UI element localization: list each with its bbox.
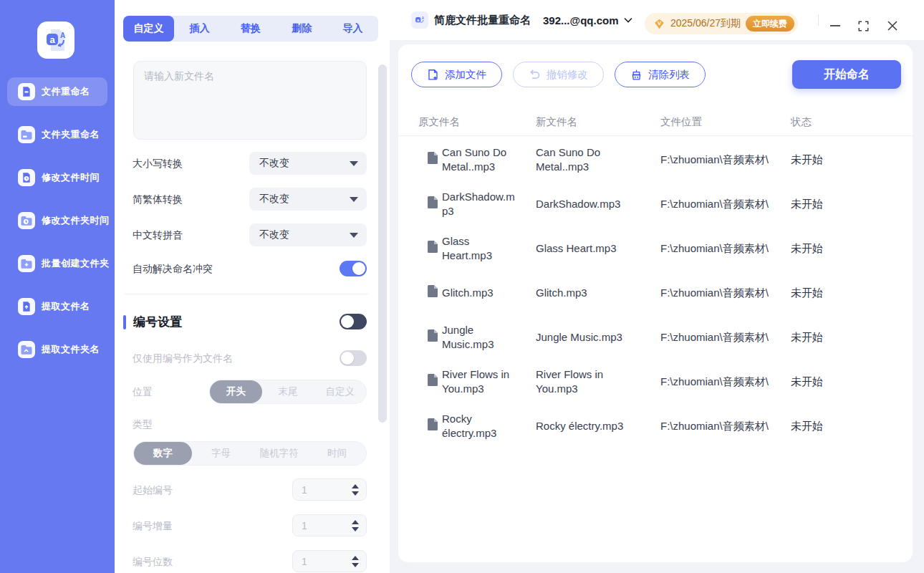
table-row[interactable]: Glass Heart.mp3 Glass Heart.mp3 F:\zhuom… [398,226,913,271]
sidebar-item-folder-create[interactable]: 批量创建文件夹 [7,249,107,278]
status-badge: 未开始 [791,197,823,211]
sidebar-item-label: 文件重命名 [42,85,90,98]
tab-导入[interactable]: 导入 [327,16,378,42]
file-time-icon [18,169,35,186]
sidebar-item-label: 提取文件名 [42,300,90,313]
maximize-button[interactable] [855,17,872,34]
numbering-field-input-2[interactable]: 1 [292,550,367,572]
panel-scrollbar[interactable] [378,64,387,423]
table-row[interactable]: Glitch.mp3 Glitch.mp3 F:\zhuomian\音频素材\ … [398,271,913,315]
account-email: 392...@qq.com [543,14,619,27]
sidebar-item-file-time[interactable]: 修改文件时间 [7,163,107,192]
rename-settings-panel: 自定义插入替换删除导入 大小写转换 不改变 简繁体转换 不改变 中文转拼音 不改… [115,0,390,573]
numbering-toggle[interactable] [340,314,367,329]
table-row[interactable]: DarkShadow.mp3 DarkShadow.mp3 F:\zhuomia… [398,182,913,226]
undo-button[interactable]: 撤销修改 [513,62,604,87]
tab-插入[interactable]: 插入 [174,16,225,42]
add-files-button[interactable]: 添加文件 [411,62,502,87]
sidebar-item-label: 提取文件夹名 [42,343,100,356]
spinner-arrows[interactable] [352,484,359,496]
numbering-field-input-0[interactable]: 1 [292,478,367,501]
table-row[interactable]: River Flows in You.mp3 River Flows in Yo… [398,360,913,404]
spinner-up-icon [352,556,359,560]
file-icon [428,418,438,434]
position-option-开头[interactable]: 开头 [210,380,262,403]
section-accent-bar [123,315,126,329]
sidebar-item-folder-extract[interactable]: 提取文件夹名 [7,335,107,364]
spinner-up-icon [352,484,359,488]
license-expiry: 2025/06/27到期 [670,17,741,30]
type-option-数字[interactable]: 数字 [134,442,192,465]
table-row[interactable]: Jungle Music.mp3 Jungle Music.mp3 F:\zhu… [398,315,913,360]
app-logo-icon: a A [37,21,74,59]
new-filename-input[interactable] [133,61,367,140]
account-menu[interactable]: 392...@qq.com [543,0,632,40]
sidebar-item-folder-time[interactable]: 修改文件夹时间 [7,206,107,235]
auto-conflict-toggle[interactable] [340,261,367,276]
section-divider [125,294,368,294]
type-option-时间[interactable]: 时间 [308,442,366,465]
sidebar-item-folder-rename[interactable]: 文件夹重命名 [7,120,107,149]
file-location: F:\zhuomian\音频素材\ [660,375,769,389]
app-window: a A 文件重命名 文件夹重命名 修改文件时间 修改文件夹时间 批量创建文件夹 [0,0,924,573]
numbering-field-input-1[interactable]: 1 [292,514,367,536]
position-segmented-control: 开头末尾自定义 [209,380,367,404]
add-file-icon [427,69,439,81]
sidebar-item-label: 批量创建文件夹 [42,257,110,270]
spinner-arrows[interactable] [352,556,359,567]
file-icon [428,374,438,390]
folder-extract-icon [18,341,35,358]
undo-icon [529,69,541,81]
sidebar-item-file-rename[interactable]: 文件重命名 [7,77,107,106]
file-location: F:\zhuomian\音频素材\ [660,197,769,211]
type-segmented-control: 数字字母随机字符时间 [133,441,367,466]
numbering-field-value: 1 [302,556,307,567]
status-badge: 未开始 [791,330,823,345]
table-row[interactable]: Can Suno Do Metal..mp3 Can Suno Do Metal… [398,138,913,182]
vip-diamond-icon: V [653,18,665,30]
svg-text:a: a [49,34,55,45]
file-list-card: 添加文件 撤销修改 清除列表 开始命名 原文件名新文件名文件位置状态 [398,44,913,562]
table-row[interactable]: Rocky électry.mp3 Rocky électry.mp3 F:\z… [398,404,913,448]
file-location: F:\zhuomian\音频素材\ [660,153,769,167]
type-option-随机字符[interactable]: 随机字符 [250,442,308,465]
position-option-自定义[interactable]: 自定义 [314,380,366,403]
new-filename: River Flows in You.mp3 [536,367,645,396]
sidebar: a A 文件重命名 文件夹重命名 修改文件时间 修改文件夹时间 批量创建文件夹 [0,0,115,573]
option-select-1[interactable]: 不改变 [249,188,367,211]
type-option-字母[interactable]: 字母 [192,442,250,465]
new-filename: Glitch.mp3 [536,286,645,300]
start-rename-button[interactable]: 开始命名 [792,60,901,89]
tab-自定义[interactable]: 自定义 [123,16,174,42]
tab-删除[interactable]: 删除 [276,16,327,42]
numbering-field-value: 1 [302,484,307,496]
position-option-末尾[interactable]: 末尾 [262,380,314,403]
option-select-2[interactable]: 不改变 [249,223,367,246]
new-filename: Can Suno Do Metal..mp3 [536,145,645,174]
file-icon [428,196,438,212]
clear-list-button[interactable]: 清除列表 [615,62,706,87]
original-filename: Rocky électry.mp3 [442,412,521,440]
clear-list-label: 清除列表 [648,68,690,82]
spinner-arrows[interactable] [352,520,359,531]
option-select-value: 不改变 [259,228,289,241]
renew-button[interactable]: 立即续费 [746,16,794,32]
minimize-button[interactable] [827,17,844,34]
auto-conflict-label: 自动解决命名冲突 [133,261,213,276]
option-select-value: 不改变 [259,193,289,206]
only-number-toggle[interactable] [340,350,367,366]
svg-text:A: A [60,32,65,39]
folder-time-icon [18,212,35,229]
titlebar: a A 简鹿文件批量重命名 392...@qq.com V 2025/06/27… [390,0,924,40]
tab-替换[interactable]: 替换 [225,16,276,42]
sidebar-item-file-extract[interactable]: 提取文件名 [7,292,107,321]
select-caret-icon [350,197,358,202]
file-icon [428,241,438,256]
original-filename: Glitch.mp3 [442,286,521,300]
close-button[interactable] [884,17,901,34]
option-select-0[interactable]: 不改变 [249,152,367,175]
svg-text:V: V [658,19,662,26]
numbering-field-value: 1 [302,520,307,531]
spinner-down-icon [352,527,359,531]
close-icon [887,21,897,31]
